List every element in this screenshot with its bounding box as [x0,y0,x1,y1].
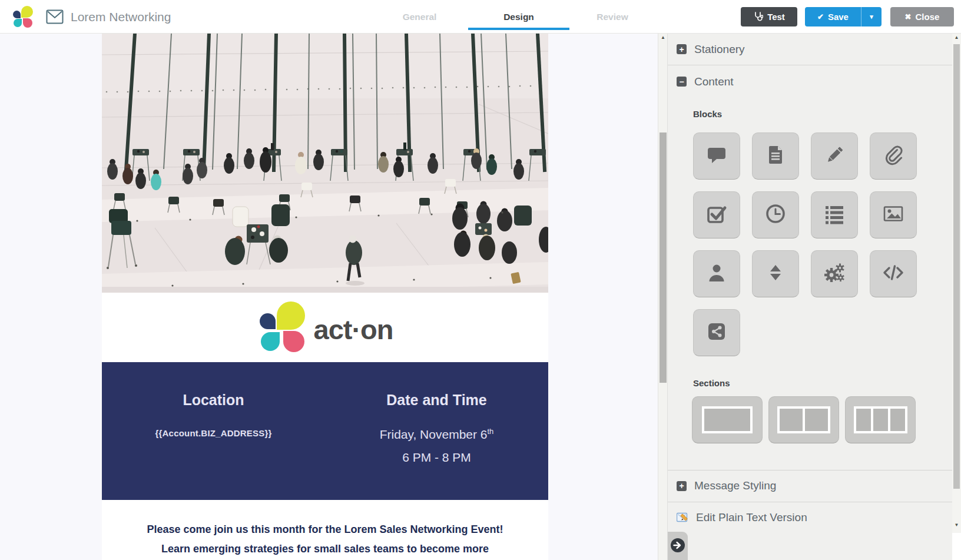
window-scrollbar-thumb[interactable] [953,44,960,489]
block-pencil-button[interactable] [811,132,858,180]
gears-icon [824,262,845,286]
spacer-icon [765,262,786,286]
code-icon [883,262,904,286]
save-button-label: Save [828,12,849,22]
edit-plain-text-label: Edit Plain Text Version [696,511,807,524]
blocks-group-label: Blocks [693,109,722,119]
section-three-column-button[interactable] [845,396,916,443]
block-clock-button[interactable] [752,191,799,238]
block-share-button[interactable] [693,309,740,356]
event-time: 6 PM - 8 PM [325,450,548,465]
email-preview[interactable]: act·on Location {{Account.BIZ_ADDRESS}} … [102,34,548,560]
scroll-up-icon[interactable]: ▲ [952,35,961,40]
logo-petal-pink [283,331,304,352]
logo-petal-navy [13,11,21,18]
panel-stationery[interactable]: + Stationery [668,34,952,65]
location-heading: Location [102,392,325,409]
tab-review[interactable]: Review [574,0,651,34]
three-column-layout-icon [854,406,907,433]
email-scrollbar-thumb[interactable] [660,132,667,383]
document-icon [765,144,786,168]
block-speech-bubble-button[interactable] [693,132,740,180]
x-icon: ✖ [905,12,912,21]
event-info-block[interactable]: Location {{Account.BIZ_ADDRESS}} Date an… [102,362,548,500]
design-tools-sidebar: + Stationery − Content Blocks Sections +… [667,34,952,560]
save-button[interactable]: ✔ Save [805,7,861,26]
collapse-sidebar-button[interactable] [668,532,688,560]
pencil-icon [824,144,845,168]
image-icon [883,203,904,227]
caret-down-icon: ▾ [870,13,873,21]
arrow-right-circle-icon [670,538,685,553]
logo-petal-teal [261,332,280,351]
panel-content-label: Content [694,75,734,88]
window-scrollbar[interactable]: ▲ ▼ [952,34,961,560]
two-column-layout-icon [777,406,830,433]
stethoscope-icon [753,11,763,23]
email-logo-block[interactable]: act·on [102,293,548,362]
tab-general[interactable]: General [386,0,453,34]
block-paperclip-button[interactable] [870,132,917,180]
edit-plain-text-row[interactable]: Edit Plain Text Version [668,502,952,533]
location-value: {{Account.BIZ_ADDRESS}} [102,428,325,438]
event-date-ordinal: th [488,427,494,436]
minus-icon: − [677,77,687,87]
logo-petal-pink [23,18,32,28]
scroll-down-icon[interactable]: ▼ [952,522,961,528]
block-gears-button[interactable] [811,250,858,297]
block-image-button[interactable] [870,191,917,238]
acton-petals-logo: act·on [257,301,393,353]
close-button[interactable]: ✖ Close [890,7,954,26]
panel-content[interactable]: − Content [668,65,952,98]
panel-message-styling[interactable]: + Message Styling [668,470,952,502]
block-code-button[interactable] [870,250,917,297]
acton-wordmark: act·on [314,313,393,346]
body-text-line1: Please come join us this month for the L… [102,520,548,539]
share-icon [706,321,727,344]
logo-petal-yellow [277,301,305,330]
design-workspace: act·on Location {{Account.BIZ_ADDRESS}} … [0,34,961,560]
event-date-text: Friday, November 6 [380,428,488,441]
plus-icon: + [677,481,687,491]
plus-icon: + [677,44,687,54]
envelope-icon [46,9,64,27]
panel-message-styling-label: Message Styling [694,479,776,492]
list-icon [824,203,845,227]
save-dropdown-button[interactable]: ▾ [861,7,882,26]
section-one-column-button[interactable] [692,396,763,443]
datetime-column: Date and Time Friday, November 6th 6 PM … [325,362,548,500]
test-button-label: Test [767,12,785,22]
block-list-button[interactable] [811,191,858,238]
clock-icon [765,203,786,227]
check-icon: ✔ [817,12,824,21]
sections-group-label: Sections [693,378,730,388]
email-scrollbar[interactable]: ▲ [658,34,667,560]
body-text-line2: Learn emerging strategies for small sale… [102,539,548,559]
tab-design-label: Design [503,12,534,22]
scroll-up-icon[interactable]: ▲ [658,35,668,40]
block-document-button[interactable] [752,132,799,180]
blocks-grid [693,132,923,356]
datetime-heading: Date and Time [325,392,548,409]
block-spacer-button[interactable] [752,250,799,297]
message-title: Lorem Networking [71,0,171,34]
speech-bubble-icon [706,144,727,168]
location-column: Location {{Account.BIZ_ADDRESS}} [102,362,325,500]
edit-plain-text-icon [677,512,688,522]
block-person-button[interactable] [693,250,740,297]
top-bar: Lorem Networking General Design Review T… [0,0,961,34]
test-button[interactable]: Test [741,7,797,26]
checkbox-icon [706,203,727,227]
email-body-text-block[interactable]: Please come join us this month for the L… [102,500,548,559]
sections-row [692,396,916,443]
section-two-column-button[interactable] [768,396,839,443]
logo-petal-navy [260,313,276,329]
tab-design[interactable]: Design [468,0,569,34]
networking-event-overhead-photo[interactable] [102,34,548,293]
person-icon [706,262,727,286]
paperclip-icon [883,144,904,168]
logo-petal-teal [14,19,22,27]
tab-review-label: Review [597,12,628,22]
acton-petals-logo [13,6,33,28]
block-checkbox-button[interactable] [693,191,740,238]
